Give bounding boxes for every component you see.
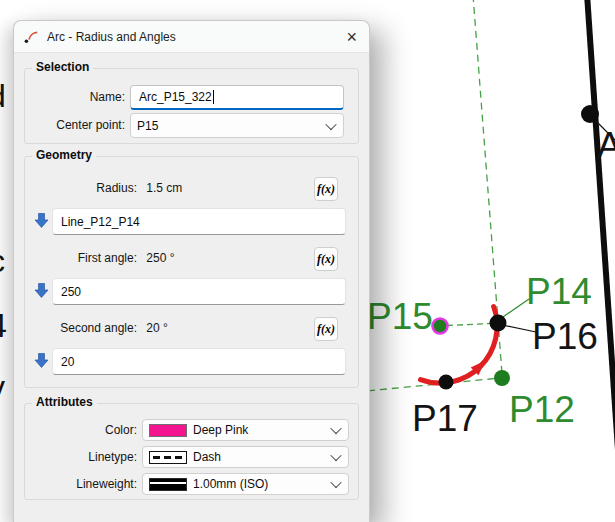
radius-expression-value: Line_P12_P14 (61, 215, 140, 229)
second-angle-label: Second angle: (25, 321, 137, 335)
first-angle-row: First angle: 250 ° (25, 251, 255, 265)
center-point-label: Center point: (25, 118, 125, 132)
dash-pattern-icon (149, 451, 187, 464)
dialog-title: Arc - Radius and Angles (47, 30, 176, 44)
first-angle-expression-button[interactable]: f(x) (314, 247, 338, 271)
color-select[interactable]: Deep Pink (142, 419, 349, 441)
dialog-titlebar[interactable]: Arc - Radius and Angles × (14, 21, 369, 53)
linetype-select[interactable]: Dash (142, 446, 349, 468)
lineweight-value: 1.00mm (ISO) (193, 477, 332, 491)
label-p17: P17 (412, 398, 478, 439)
second-angle-expression-button[interactable]: f(x) (314, 317, 338, 341)
point-p12[interactable] (494, 370, 510, 386)
arc-tool-icon (23, 28, 40, 45)
linetype-label: Linetype: (25, 450, 137, 464)
name-label: Name: (25, 90, 125, 104)
first-angle-expression-input[interactable]: 250 (52, 278, 346, 305)
app-screen: P15 P14 P16 P17 P12 A d c 4 v Arc - Radi… (0, 0, 615, 522)
apply-expression-arrow-icon (34, 282, 49, 299)
point-p17[interactable] (439, 375, 454, 390)
apply-expression-arrow-icon (34, 352, 49, 369)
edge-fragment-3: 4 (0, 306, 7, 344)
chevron-down-icon (330, 423, 341, 434)
radius-expression-button[interactable]: f(x) (314, 177, 338, 201)
radius-value: 1.5 cm (146, 181, 182, 195)
point-on-right-line[interactable] (581, 105, 599, 123)
lineweight-label: Lineweight: (25, 477, 137, 491)
arc-properties-dialog: Arc - Radius and Angles × Selection Name… (13, 20, 370, 522)
edge-fragment-4: v (0, 369, 5, 405)
label-p16: P16 (532, 316, 598, 357)
thick-line-icon (149, 478, 187, 491)
center-point-value: P15 (137, 119, 327, 133)
selection-legend: Selection (32, 60, 93, 74)
first-angle-label: First angle: (25, 251, 137, 265)
second-angle-expression-input[interactable]: 20 (52, 348, 346, 375)
chevron-down-icon (325, 118, 336, 129)
color-swatch-icon (149, 424, 187, 437)
first-angle-expression-value: 250 (61, 285, 81, 299)
label-p12: P12 (509, 389, 575, 430)
color-value: Deep Pink (193, 423, 332, 437)
second-angle-value: 20 ° (146, 321, 167, 335)
chevron-down-icon (330, 477, 341, 488)
attributes-group: Attributes Color: Deep Pink Linetype: Da… (24, 403, 359, 500)
first-angle-value: 250 ° (146, 251, 174, 265)
second-angle-row: Second angle: 20 ° (25, 321, 255, 335)
chevron-down-icon (330, 450, 341, 461)
text-caret (213, 90, 214, 104)
selection-group: Selection Name: Arc_P15_322 Center point… (24, 68, 359, 144)
center-point-select[interactable]: P15 (130, 113, 344, 138)
edge-fragment-1: d (0, 78, 6, 114)
linetype-value: Dash (193, 450, 332, 464)
radius-expression-input[interactable]: Line_P12_P14 (52, 208, 346, 235)
close-icon[interactable]: × (346, 28, 357, 46)
point-p15-selected[interactable] (433, 319, 448, 334)
point-p14-p16[interactable] (490, 315, 507, 332)
label-p15: P15 (367, 296, 433, 337)
color-label: Color: (25, 423, 137, 437)
radius-label: Radius: (25, 181, 137, 195)
name-input[interactable]: Arc_P15_322 (130, 85, 344, 110)
label-a: A (597, 125, 615, 166)
name-value: Arc_P15_322 (139, 90, 212, 104)
geometry-legend: Geometry (32, 148, 96, 162)
attributes-legend: Attributes (32, 395, 97, 409)
apply-expression-arrow-icon (34, 212, 49, 229)
edge-fragment-2: c (0, 243, 5, 279)
lineweight-select[interactable]: 1.00mm (ISO) (142, 473, 349, 495)
geometry-group: Geometry Radius: 1.5 cm f(x) Line_P12_P1… (24, 156, 359, 388)
radius-row: Radius: 1.5 cm (25, 181, 255, 195)
second-angle-expression-value: 20 (61, 355, 74, 369)
label-p14: P14 (526, 271, 592, 312)
